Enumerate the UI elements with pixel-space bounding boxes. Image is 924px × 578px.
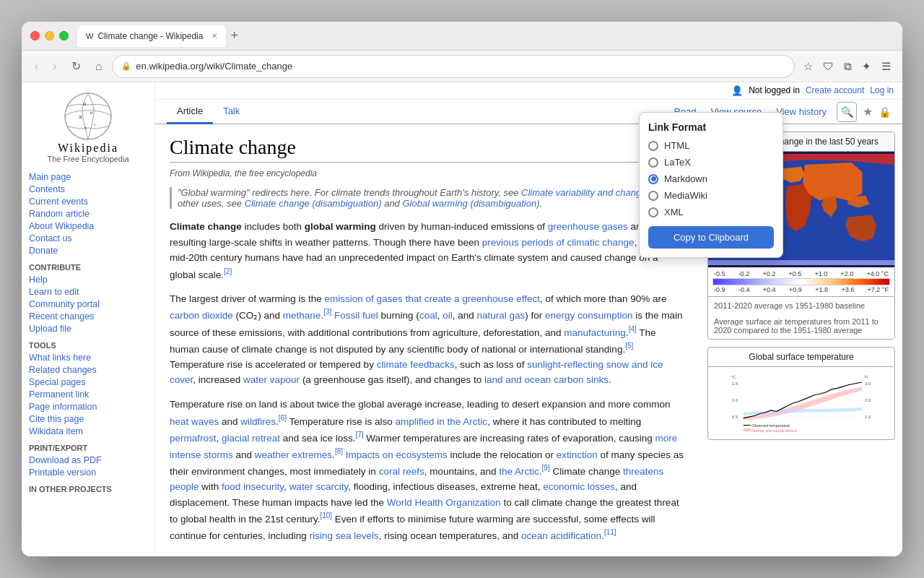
- tab-talk[interactable]: Talk: [213, 100, 250, 124]
- popup-label-latex: LaTeX: [664, 157, 691, 168]
- economic-losses-link[interactable]: economic losses: [543, 481, 615, 492]
- arctic-amplified-link[interactable]: amplified in the Arctic: [396, 415, 488, 426]
- arctic-link[interactable]: the Arctic: [499, 465, 539, 476]
- svg-text:1.5: 1.5: [732, 381, 738, 386]
- food-insecurity-link[interactable]: food insecurity: [222, 481, 284, 492]
- wildfires-link[interactable]: wildfires: [240, 415, 276, 426]
- copy-to-clipboard-button[interactable]: Copy to Clipboard: [648, 226, 774, 249]
- water-vapour-link[interactable]: water vapour: [243, 374, 300, 385]
- sidebar-what-links[interactable]: What links here: [29, 353, 147, 363]
- fullscreen-button[interactable]: [59, 31, 69, 40]
- who-link[interactable]: World Health Organization: [387, 497, 501, 508]
- popup-option-markdown[interactable]: Markdown: [648, 173, 774, 184]
- popup-option-latex[interactable]: LaTeX: [648, 157, 774, 168]
- radio-html[interactable]: [648, 141, 658, 151]
- sidebar-contact[interactable]: Contact us: [29, 233, 147, 243]
- glacial-retreat-link[interactable]: glacial retreat: [222, 432, 280, 443]
- paragraph-2: The largest driver of warming is the emi…: [170, 291, 686, 388]
- sidebar-upload[interactable]: Upload file: [29, 324, 147, 334]
- sidebar-wikidata[interactable]: Wikidata item: [29, 426, 147, 436]
- svg-text:°C: °C: [731, 374, 736, 379]
- sidebar-about[interactable]: About Wikipedia: [29, 221, 147, 231]
- popup-option-xml[interactable]: XML: [648, 207, 774, 217]
- cc-disambiguation-link[interactable]: Climate change (disambiguation): [245, 198, 382, 209]
- menu-button[interactable]: ☰: [879, 57, 894, 76]
- energy-consumption-link[interactable]: energy consumption: [545, 310, 633, 321]
- sidebar-main-page[interactable]: Main page: [29, 172, 147, 182]
- refresh-button[interactable]: ↻: [67, 56, 85, 76]
- sidebar-permanent-link[interactable]: Permanent link: [29, 389, 147, 400]
- brave-rewards-button[interactable]: ✦: [859, 57, 874, 76]
- heat-waves-link[interactable]: heat waves: [170, 415, 219, 426]
- chart-title: Global surface temperature: [708, 348, 894, 367]
- back-button[interactable]: ‹: [30, 57, 43, 76]
- infobox-description-text: Average surface air temperatures from 20…: [714, 317, 879, 335]
- bookmark-button[interactable]: ☆: [801, 57, 816, 76]
- home-button[interactable]: ⌂: [91, 57, 107, 76]
- sidebar-recent-changes[interactable]: Recent changes: [29, 311, 147, 322]
- methane-link[interactable]: methane: [283, 310, 321, 321]
- radio-mediawiki[interactable]: [648, 191, 658, 201]
- manufacturing-link[interactable]: manufacturing: [564, 327, 626, 337]
- link-format-popup[interactable]: Link Format HTML LaTeX Markdown MediaWik…: [639, 112, 783, 258]
- wiki-search-button[interactable]: 🔍: [837, 102, 857, 122]
- new-tab-button[interactable]: +: [230, 28, 238, 43]
- watchlist-star-icon[interactable]: ★: [863, 105, 873, 118]
- sidebar-cite[interactable]: Cite this page: [29, 414, 147, 424]
- extinction-link[interactable]: extinction: [557, 449, 598, 460]
- address-bar[interactable]: 🔒 en.wikipedia.org/wiki/Climate_change: [112, 55, 795, 78]
- radio-latex[interactable]: [648, 158, 658, 168]
- sidebar-random-article[interactable]: Random article: [29, 209, 147, 219]
- brave-shield-button[interactable]: 🛡: [820, 57, 837, 75]
- greenhouse-gases-link[interactable]: greenhouse gases: [548, 221, 628, 232]
- sidebar-learn[interactable]: Learn to edit: [29, 287, 147, 297]
- permafrost-link[interactable]: permafrost: [170, 432, 217, 443]
- login-link[interactable]: Log in: [870, 85, 894, 96]
- minimize-button[interactable]: [45, 31, 54, 40]
- sidebar-contribute: Contribute Help Learn to edit Community …: [29, 263, 147, 334]
- climate-variability-link[interactable]: Climate variability and change: [521, 187, 646, 198]
- popup-option-html[interactable]: HTML: [648, 140, 774, 151]
- rising-sea-levels-link[interactable]: rising sea levels: [310, 530, 379, 541]
- weather-extremes-link[interactable]: weather extremes: [255, 449, 332, 460]
- sidebar-donate[interactable]: Donate: [29, 246, 147, 256]
- printexport-title: Print/export: [29, 444, 147, 452]
- colorbar-label-7: +4.0 °C: [867, 270, 889, 277]
- sidebar-contents[interactable]: Contents: [29, 184, 147, 194]
- radio-xml[interactable]: [648, 207, 658, 217]
- previous-periods-link[interactable]: previous periods of climatic change: [482, 237, 635, 248]
- sidebar-page-info[interactable]: Page information: [29, 402, 147, 412]
- sidebar-help[interactable]: Help: [29, 275, 147, 285]
- co2-link[interactable]: carbon dioxide: [170, 310, 233, 321]
- climate-feedbacks-link[interactable]: climate feedbacks: [377, 359, 455, 370]
- create-account-link[interactable]: Create account: [806, 85, 864, 96]
- extensions-button[interactable]: ⧉: [841, 57, 855, 76]
- oil-link[interactable]: oil: [443, 310, 453, 321]
- tab-article[interactable]: Article: [167, 100, 213, 124]
- popup-option-mediawiki[interactable]: MediaWiki: [648, 190, 774, 201]
- radio-markdown[interactable]: [648, 174, 658, 184]
- browser-tab[interactable]: W Climate change - Wikipedia ✕: [77, 25, 226, 47]
- sidebar-download-pdf[interactable]: Download as PDF: [29, 455, 147, 465]
- land-ocean-link[interactable]: land and ocean carbon sinks: [484, 374, 609, 385]
- gw-disambiguation-link[interactable]: Global warming (disambiguation): [402, 198, 539, 209]
- sidebar-related-changes[interactable]: Related changes: [29, 365, 147, 375]
- natural-gas-link[interactable]: natural gas: [476, 310, 525, 321]
- svg-text:°F: °F: [863, 374, 868, 379]
- water-scarcity-link[interactable]: water scarcity: [289, 481, 349, 492]
- sidebar-printable[interactable]: Printable version: [29, 467, 147, 478]
- greenhouse-effect-link[interactable]: emission of gases that create a greenhou…: [325, 293, 540, 304]
- tab-close-button[interactable]: ✕: [212, 32, 217, 40]
- sidebar-special-pages[interactable]: Special pages: [29, 377, 147, 387]
- coal-link[interactable]: coal: [419, 310, 437, 321]
- forward-button[interactable]: ›: [48, 57, 61, 76]
- sidebar-current-events[interactable]: Current events: [29, 197, 147, 207]
- fossil-fuel-link[interactable]: Fossil fuel: [334, 310, 378, 321]
- ecosystem-impacts-link[interactable]: Impacts on ecosystems: [346, 449, 448, 460]
- svg-text:A: A: [93, 123, 96, 126]
- coral-reefs-link[interactable]: coral reefs: [379, 465, 424, 476]
- ocean-acidification-link[interactable]: ocean acidification: [521, 530, 601, 541]
- sidebar-community[interactable]: Community portal: [29, 299, 147, 309]
- close-button[interactable]: [30, 31, 40, 40]
- navbar: ‹ › ↻ ⌂ 🔒 en.wikipedia.org/wiki/Climate_…: [22, 51, 902, 82]
